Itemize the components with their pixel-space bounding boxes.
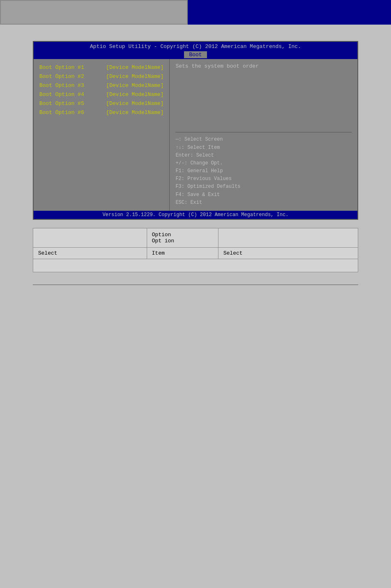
table-cell-2-1: Select [33,248,147,259]
table-cell-1-1 [33,228,147,248]
shortcut-f2: F2: Previous Values [175,175,352,183]
info-table: Option Opt ion Select Item Select [33,228,358,272]
bios-screen: Aptio Setup Utility - Copyright (C) 2012… [33,41,358,220]
table-cell-1-2: Option Opt ion [147,228,218,248]
shortcut-enter: Enter: Select [175,152,352,160]
boot-option-3[interactable]: Boot Option #3 [Device ModelName] [39,81,164,90]
boot-option-4-value: [Device ModelName] [106,90,164,99]
bios-right-panel: Sets the system boot order ↔: Select Scr… [170,59,357,211]
boot-option-2-name: Boot Option #2 [39,72,89,81]
boot-option-3-name: Boot Option #3 [39,81,89,90]
bios-help-text: Sets the system boot order [175,63,352,129]
bios-footer: Version 2.15.1229. Copyright (C) 2012 Am… [34,211,357,219]
bios-tab-boot[interactable]: Boot [184,51,207,58]
option-label-bottom: Opt ion [152,238,213,244]
horizontal-divider [175,132,352,132]
boot-option-2[interactable]: Boot Option #2 [Device ModelName] [39,72,164,81]
table-cell-2-3: Select [218,248,358,259]
bios-title-bar: Aptio Setup Utility - Copyright (C) 2012… [34,42,357,50]
bios-title: Aptio Setup Utility - Copyright (C) 2012… [90,43,301,50]
table-row-1: Option Opt ion [33,228,358,248]
shortcut-change-opt: +/-: Change Opt. [175,160,352,167]
header-right [188,0,391,25]
shortcut-f4: F4: Save & Exit [175,191,352,199]
boot-option-1[interactable]: Boot Option #1 [Device ModelName] [39,63,164,72]
bottom-divider [33,285,358,285]
boot-option-6-value: [Device ModelName] [106,108,164,117]
shortcut-select-screen: ↔: Select Screen [175,136,352,144]
shortcut-select-item: ↑↓: Select Item [175,144,352,152]
boot-option-4-name: Boot Option #4 [39,90,89,99]
bios-tab-row[interactable]: Boot [34,50,357,59]
boot-option-1-name: Boot Option #1 [39,63,89,72]
table-cell-2-2: Item [147,248,218,259]
boot-option-6[interactable]: Boot Option #6 [Device ModelName] [39,108,164,117]
table-cell-3-full [33,259,358,272]
bios-left-panel: Boot Option #1 [Device ModelName] Boot O… [34,59,169,211]
boot-option-2-value: [Device ModelName] [106,72,164,81]
shortcut-f3: F3: Optimized Defaults [175,183,352,191]
boot-option-5-name: Boot Option #5 [39,99,89,108]
header-left [0,0,188,25]
table-cell-1-3 [218,228,358,248]
boot-option-6-name: Boot Option #6 [39,108,89,117]
bios-panel: Boot Option #1 [Device ModelName] Boot O… [34,59,357,211]
shortcut-f1: F1: General Help [175,167,352,175]
table-row-2: Select Item Select [33,248,358,259]
shortcut-esc: ESC: Exit [175,199,352,207]
boot-option-5[interactable]: Boot Option #5 [Device ModelName] [39,99,164,108]
table-row-3 [33,259,358,272]
option-label-top: Option [152,232,213,238]
boot-option-1-value: [Device ModelName] [106,63,164,72]
bios-shortcuts: ↔: Select Screen ↑↓: Select Item Enter: … [175,136,352,207]
top-header [0,0,391,25]
boot-option-5-value: [Device ModelName] [106,99,164,108]
boot-option-3-value: [Device ModelName] [106,81,164,90]
main-content: Aptio Setup Utility - Copyright (C) 2012… [0,25,391,293]
boot-option-4[interactable]: Boot Option #4 [Device ModelName] [39,90,164,99]
